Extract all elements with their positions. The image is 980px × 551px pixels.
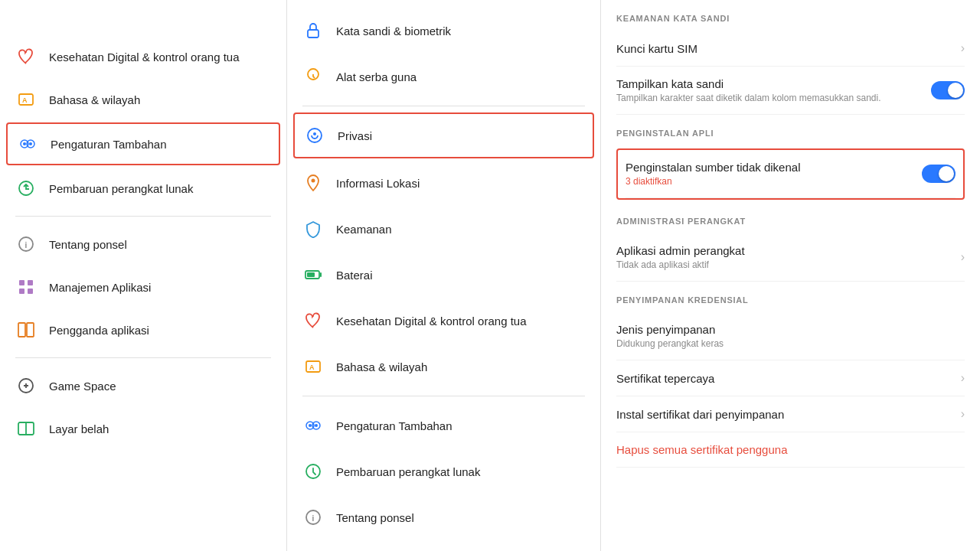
shield-icon xyxy=(302,218,324,240)
mid-item-label: Keamanan xyxy=(336,223,392,236)
left-item-label: Kesehatan Digital & kontrol orang tua xyxy=(49,51,240,64)
left-item-label: Game Space xyxy=(49,380,116,393)
svg-text:A: A xyxy=(22,96,28,104)
mid-item-pengaturan2[interactable]: Pengaturan Tambahan xyxy=(287,403,600,448)
svg-point-3 xyxy=(29,142,32,145)
svg-point-19 xyxy=(313,132,316,135)
left-item-kesehatan-digital[interactable]: Kesehatan Digital & kontrol orang tua xyxy=(0,35,286,78)
mid-item-bahasa2[interactable]: A Bahasa & wilayah xyxy=(287,344,600,390)
item-title: Aplikasi admin perangkat xyxy=(616,244,745,257)
game-icon xyxy=(15,375,37,396)
left-item-pembaruan[interactable]: Pembaruan perangkat lunak xyxy=(0,167,286,210)
heart2-icon xyxy=(302,310,324,331)
left-item-label: Manajemen Aplikasi xyxy=(49,281,151,294)
item-subtitle: Tampilkan karakter saat diketik dalam ko… xyxy=(616,93,922,103)
mid-item-alat-serba[interactable]: Alat serba guna xyxy=(287,54,600,99)
item-title: Tampilkan kata sandi xyxy=(616,77,922,90)
info2-icon: i xyxy=(302,507,324,528)
svg-rect-10 xyxy=(28,280,33,285)
section-header: PENYIMPANAN KREDENSIAL xyxy=(616,282,965,312)
mid-item-label: Privasi xyxy=(338,129,372,142)
dots-icon xyxy=(17,133,38,155)
right-item-kunci-sim[interactable]: Kunci kartu SIM › xyxy=(616,31,965,67)
section-penyimpanan-kredensial: PENYIMPANAN KREDENSIAL Jenis penyimpanan… xyxy=(616,282,965,468)
mid-item-tentang2[interactable]: i Tentang ponsel xyxy=(287,494,600,540)
left-item-manajemen[interactable]: Manajemen Aplikasi xyxy=(0,266,286,308)
svg-rect-22 xyxy=(307,272,315,277)
chevron-icon: › xyxy=(961,371,965,385)
right-item-penginstalan-sumber[interactable]: Penginstalan sumber tidak dikenal 3 diak… xyxy=(626,150,956,198)
section-keamanan-kata-sandi: KEAMANAN KATA SANDI Kunci kartu SIM › Ta… xyxy=(616,0,965,115)
item-title: Instal sertifikat dari penyimpanan xyxy=(616,408,784,421)
svg-rect-12 xyxy=(28,289,33,294)
mid-item-label: Pengaturan Tambahan xyxy=(336,419,452,432)
left-panel: Kesehatan Digital & kontrol orang tua A … xyxy=(0,0,287,551)
tools-icon xyxy=(302,66,324,87)
toggle-switch[interactable] xyxy=(922,165,956,183)
svg-point-25 xyxy=(309,424,312,427)
mid-item-informasi-lokasi[interactable]: Informasi Lokasi xyxy=(287,160,600,206)
mid-item-label: Alat serba guna xyxy=(336,70,416,83)
mid-item-label: Kesehatan Digital & kontrol orang tua xyxy=(336,315,527,328)
page-title xyxy=(0,8,286,35)
chevron-icon: › xyxy=(961,41,965,55)
lang-icon: A xyxy=(15,89,37,110)
mid-item-pembaruan2[interactable]: Pembaruan perangkat lunak xyxy=(287,448,600,494)
left-item-pengganda[interactable]: Pengganda aplikasi xyxy=(0,308,286,351)
right-panel: KEAMANAN KATA SANDI Kunci kartu SIM › Ta… xyxy=(601,0,980,551)
mid-item-label: Bahasa & wilayah xyxy=(336,360,427,373)
mid-item-label: Baterai xyxy=(336,269,373,282)
mid-item-label: Pembaruan perangkat lunak xyxy=(336,465,480,478)
mid-item-kesehatan2[interactable]: Kesehatan Digital & kontrol orang tua xyxy=(287,298,600,344)
heart-icon xyxy=(15,46,37,67)
svg-rect-17 xyxy=(308,30,318,37)
left-item-label: Bahasa & wilayah xyxy=(49,93,140,106)
item-subtitle: 3 diaktifkan xyxy=(626,176,913,187)
section-header: ADMINISTRASI PERANGKAT xyxy=(616,203,965,233)
section-header: KEAMANAN KATA SANDI xyxy=(616,0,965,31)
left-item-pengaturan-tambahan[interactable]: Pengaturan Tambahan xyxy=(6,122,280,165)
right-item-sertifikat-tepercaya[interactable]: Sertifikat tepercaya › xyxy=(616,360,965,396)
svg-point-20 xyxy=(312,179,315,183)
toggle-switch[interactable] xyxy=(931,81,965,99)
item-title: Penginstalan sumber tidak dikenal xyxy=(626,161,913,174)
right-item-tampilkan-kata-sandi[interactable]: Tampilkan kata sandi Tampilkan karakter … xyxy=(616,67,965,115)
section-penginstalan-apli: PENGINSTALAN APLI Penginstalan sumber ti… xyxy=(616,115,965,200)
lang2-icon: A xyxy=(302,356,324,377)
item-title: Sertifikat tepercaya xyxy=(616,372,714,385)
right-item-aplikasi-admin[interactable]: Aplikasi admin perangkat Tidak ada aplik… xyxy=(616,233,965,282)
svg-rect-11 xyxy=(19,289,24,294)
dots2-icon xyxy=(302,415,324,436)
left-item-label: Pengganda aplikasi xyxy=(49,324,149,337)
item-subtitle: Tidak ada aplikasi aktif xyxy=(616,259,745,270)
mid-item-label: Kata sandi & biometrik xyxy=(336,24,451,37)
battery-icon xyxy=(302,264,324,285)
left-item-game-space[interactable]: Game Space xyxy=(0,364,286,407)
svg-point-2 xyxy=(23,142,26,145)
left-item-label: Pengaturan Tambahan xyxy=(51,138,167,151)
chevron-icon: › xyxy=(961,250,965,264)
item-title: Kunci kartu SIM xyxy=(616,42,697,55)
left-item-tentang[interactable]: i Tentang ponsel xyxy=(0,223,286,266)
item-title: Jenis penyimpanan xyxy=(616,323,724,336)
mid-item-kata-sandi[interactable]: Kata sandi & biometrik xyxy=(287,8,600,54)
dual-icon xyxy=(15,319,37,341)
split-icon xyxy=(15,418,37,439)
lock-icon xyxy=(302,20,324,41)
right-item-jenis-penyimpanan[interactable]: Jenis penyimpanan Didukung perangkat ker… xyxy=(616,312,965,360)
right-item-instal-sertifikat[interactable]: Instal sertifikat dari penyimpanan › xyxy=(616,396,965,432)
middle-panel: Kata sandi & biometrik Alat serba guna P… xyxy=(287,0,601,551)
left-item-label: Tentang ponsel xyxy=(49,238,127,251)
right-item-hapus-sertifikat[interactable]: Hapus semua sertifikat pengguna xyxy=(616,432,965,468)
mid-item-baterai[interactable]: Baterai xyxy=(287,252,600,298)
left-item-layar-belah[interactable]: Layar belah xyxy=(0,407,286,450)
svg-text:i: i xyxy=(312,514,315,523)
arrow-up2-icon xyxy=(302,461,324,482)
svg-rect-13 xyxy=(18,323,25,337)
mid-item-privasi[interactable]: Privasi xyxy=(293,112,594,158)
left-item-bahasa-wilayah[interactable]: A Bahasa & wilayah xyxy=(0,78,286,121)
item-subtitle: Didukung perangkat keras xyxy=(616,338,724,349)
mid-item-keamanan[interactable]: Keamanan xyxy=(287,206,600,252)
left-item-label: Layar belah xyxy=(49,422,109,435)
svg-rect-14 xyxy=(27,323,34,337)
